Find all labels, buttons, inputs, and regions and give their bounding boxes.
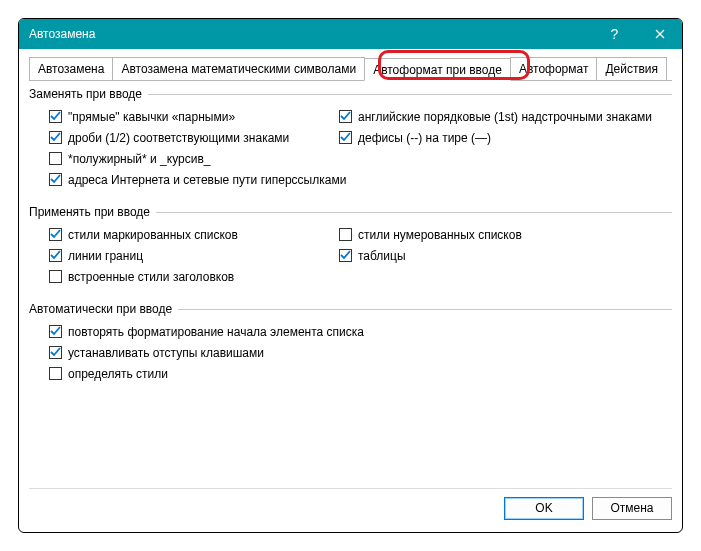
checkbox-define-styles[interactable] xyxy=(49,367,62,380)
tab-autoformat[interactable]: Автоформат xyxy=(510,57,598,80)
cancel-button[interactable]: Отмена xyxy=(592,497,672,520)
label-define-styles: определять стили xyxy=(68,367,168,381)
group-title-apply: Применять при вводе xyxy=(29,205,150,219)
group-apply: Применять при вводе стили маркированных … xyxy=(29,205,672,288)
checkbox-ordinals[interactable] xyxy=(339,110,352,123)
group-replace: Заменять при вводе "прямые" кавычки «пар… xyxy=(29,87,672,191)
checkbox-hyphens[interactable] xyxy=(339,131,352,144)
checkbox-quotes[interactable] xyxy=(49,110,62,123)
help-button[interactable]: ? xyxy=(592,19,637,49)
label-fractions: дроби (1/2) соответствующими знаками xyxy=(68,131,289,145)
label-repeat-format: повторять форматирование начала элемента… xyxy=(68,325,364,339)
dialog-window: Автозамена ? Автозамена Автозамена матем… xyxy=(18,18,683,533)
tab-actions[interactable]: Действия xyxy=(596,57,667,80)
label-headings: встроенные стили заголовков xyxy=(68,270,234,284)
label-hyphens: дефисы (--) на тире (—) xyxy=(358,131,491,145)
dialog-body: Автозамена Автозамена математическими си… xyxy=(19,49,682,532)
label-ordinals: английские порядковые (1st) надстрочными… xyxy=(358,110,652,124)
group-divider xyxy=(178,309,672,310)
checkbox-bold-italic[interactable] xyxy=(49,152,62,165)
checkbox-repeat-format[interactable] xyxy=(49,325,62,338)
ok-button[interactable]: OK xyxy=(504,497,584,520)
checkbox-headings[interactable] xyxy=(49,270,62,283)
button-row: OK Отмена xyxy=(29,488,672,520)
group-divider xyxy=(148,94,672,95)
label-bullets: стили маркированных списков xyxy=(68,228,238,242)
close-button[interactable] xyxy=(637,19,682,49)
checkbox-tables[interactable] xyxy=(339,249,352,262)
label-bold-italic: *полужирный* и _курсив_ xyxy=(68,152,210,166)
checkbox-bullets[interactable] xyxy=(49,228,62,241)
group-divider xyxy=(156,212,672,213)
group-auto: Автоматически при вводе повторять формат… xyxy=(29,302,672,385)
checkbox-tab-indent[interactable] xyxy=(49,346,62,359)
checkbox-internet[interactable] xyxy=(49,173,62,186)
checkbox-numbered[interactable] xyxy=(339,228,352,241)
group-title-auto: Автоматически при вводе xyxy=(29,302,172,316)
label-borders: линии границ xyxy=(68,249,143,263)
label-tables: таблицы xyxy=(358,249,406,263)
group-title-replace: Заменять при вводе xyxy=(29,87,142,101)
tab-autocorrect[interactable]: Автозамена xyxy=(29,57,113,80)
tab-autoformat-typing[interactable]: Автоформат при вводе xyxy=(364,58,511,81)
label-tab-indent: устанавливать отступы клавишами xyxy=(68,346,264,360)
tab-strip: Автозамена Автозамена математическими си… xyxy=(29,57,672,81)
titlebar: Автозамена ? xyxy=(19,19,682,49)
label-numbered: стили нумерованных списков xyxy=(358,228,522,242)
content-area: Заменять при вводе "прямые" кавычки «пар… xyxy=(29,87,672,488)
label-internet: адреса Интернета и сетевые пути гиперссы… xyxy=(68,173,346,187)
checkbox-fractions[interactable] xyxy=(49,131,62,144)
close-icon xyxy=(655,29,665,39)
dialog-title: Автозамена xyxy=(29,27,592,41)
label-quotes: "прямые" кавычки «парными» xyxy=(68,110,235,124)
checkbox-borders[interactable] xyxy=(49,249,62,262)
tab-math-autocorrect[interactable]: Автозамена математическими символами xyxy=(112,57,365,80)
